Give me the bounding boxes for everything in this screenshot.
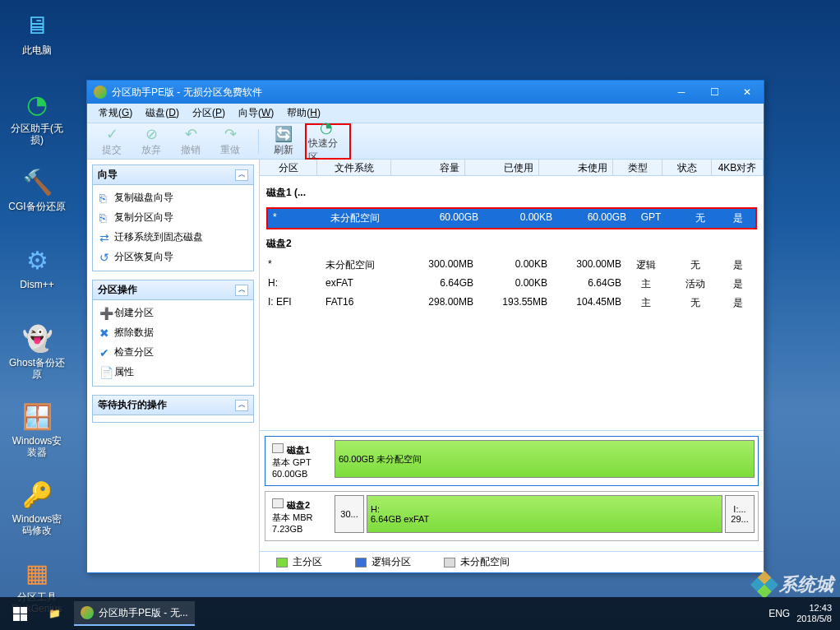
toolbar-快速分区[interactable]: ◔快速分区	[308, 125, 344, 158]
partition-segment[interactable]: I:...29...	[725, 495, 755, 533]
clock[interactable]: 12:43 2018/5/8	[796, 603, 832, 624]
partition-table: 磁盘1 (...*未分配空间60.00GB0.00KB60.00GBGPT无是磁…	[260, 176, 764, 430]
close-button[interactable]: ✕	[731, 81, 764, 104]
collapse-icon[interactable]: ︿	[235, 285, 248, 296]
toolbar: ✓提交⊘放弃↶撤销↷重做🔄刷新◔快速分区	[87, 123, 764, 160]
partition-table-header: 分区文件系统容量已使用未使用类型状态4KB对齐	[260, 160, 764, 176]
panel-item[interactable]: ✖擦除数据	[96, 323, 250, 343]
toolbar-提交: ✓提交	[94, 125, 130, 158]
legend-item: 主分区	[276, 555, 322, 569]
toolbar-撤销: ↶撤销	[173, 125, 209, 158]
minimize-button[interactable]: ─	[665, 81, 698, 104]
table-row[interactable]: H:exFAT6.64GB0.00KB6.64GB主活动是	[263, 275, 760, 294]
disk-label[interactable]: 磁盘1 (...	[263, 181, 760, 205]
taskbar: 📁 分区助手PE版 - 无... ENG 12:43 2018/5/8	[0, 597, 840, 630]
disk-visual: 磁盘1基本 GPT60.00GB60.00GB 未分配空间磁盘2基本 MBR7.…	[260, 430, 764, 551]
panel-item[interactable]: ⎘复制分区向导	[96, 208, 250, 228]
column-header[interactable]: 容量	[391, 160, 465, 175]
menu-W[interactable]: 向导(W)	[232, 104, 280, 123]
table-row[interactable]: *未分配空间60.00GB0.00KB60.00GBGPT无是	[268, 209, 755, 228]
panel-header[interactable]: 向导︿	[93, 165, 253, 185]
legend: 主分区逻辑分区未分配空间	[260, 551, 764, 572]
legend-item: 逻辑分区	[355, 555, 411, 569]
column-header[interactable]: 状态	[662, 160, 712, 175]
desktop-icon[interactable]: ⚙Dism++	[8, 243, 66, 313]
toolbar-放弃: ⊘放弃	[133, 125, 169, 158]
column-header[interactable]: 文件系统	[317, 160, 391, 175]
table-row[interactable]: I: EFIFAT16298.00MB193.55MB104.45MB主无是	[263, 294, 760, 313]
desktop-icon[interactable]: 🔑Windows密 码修改	[8, 477, 66, 547]
partition-segment[interactable]: 60.00GB 未分配空间	[335, 440, 755, 478]
panel-header[interactable]: 等待执行的操作︿	[93, 396, 253, 415]
desktop-icon[interactable]: 🔨CGI备份还原	[8, 164, 66, 234]
column-header[interactable]: 4KB对齐	[712, 160, 764, 175]
disk-visual-box[interactable]: 磁盘1基本 GPT60.00GB60.00GB 未分配空间	[265, 436, 759, 486]
panel-header[interactable]: 分区操作︿	[93, 280, 253, 300]
panel-item[interactable]: ⎘复制磁盘向导	[96, 188, 250, 208]
panel-item[interactable]: ⇄迁移系统到固态磁盘	[96, 228, 250, 248]
disk-label[interactable]: 磁盘2	[263, 232, 760, 256]
partition-segment[interactable]: H:6.64GB exFAT	[367, 495, 722, 533]
menu-D[interactable]: 磁盘(D)	[139, 104, 186, 123]
collapse-icon[interactable]: ︿	[235, 169, 248, 181]
partition-segment[interactable]: 30...	[335, 495, 364, 533]
watermark: 系统城	[755, 572, 833, 597]
menu-P[interactable]: 分区(P)	[186, 104, 232, 123]
desktop-icon[interactable]: 🖥此电脑	[8, 8, 66, 78]
maximize-button[interactable]: ☐	[698, 81, 731, 104]
column-header[interactable]: 分区	[260, 160, 317, 175]
ime-indicator[interactable]: ENG	[768, 608, 790, 619]
table-row[interactable]: *未分配空间300.00MB0.00KB300.00MB逻辑无是	[263, 256, 760, 275]
window-title: 分区助手PE版 - 无损分区免费软件	[112, 86, 665, 100]
left-sidebar: 向导︿⎘复制磁盘向导⎘复制分区向导⇄迁移系统到固态磁盘↺分区恢复向导分区操作︿➕…	[87, 160, 260, 572]
titlebar[interactable]: 分区助手PE版 - 无损分区免费软件 ─ ☐ ✕	[87, 81, 764, 104]
panel-item[interactable]: ✔检查分区	[96, 343, 250, 363]
column-header[interactable]: 类型	[613, 160, 662, 175]
desktop-icon[interactable]: ◔分区助手(无 损)	[8, 86, 66, 156]
partition-assistant-window: 分区助手PE版 - 无损分区免费软件 ─ ☐ ✕ 常规(G)磁盘(D)分区(P)…	[86, 80, 764, 573]
start-button[interactable]	[0, 597, 39, 630]
menu-G[interactable]: 常规(G)	[92, 104, 139, 123]
desktop-icon[interactable]: 🪟Windows安 装器	[8, 399, 66, 469]
collapse-icon[interactable]: ︿	[235, 400, 248, 411]
disk-visual-box[interactable]: 磁盘2基本 MBR7.23GB30...H:6.64GB exFATI:...2…	[265, 491, 759, 541]
menu-bar: 常规(G)磁盘(D)分区(P)向导(W)帮助(H)	[87, 104, 764, 123]
taskbar-task[interactable]: 分区助手PE版 - 无...	[74, 601, 195, 626]
desktop-icon[interactable]: 👻Ghost备份还 原	[8, 321, 66, 391]
column-header[interactable]: 未使用	[539, 160, 613, 175]
panel-item[interactable]: ↺分区恢复向导	[96, 248, 250, 267]
column-header[interactable]: 已使用	[465, 160, 539, 175]
legend-item: 未分配空间	[444, 555, 510, 569]
taskbar-pin-explorer[interactable]: 📁	[39, 599, 69, 628]
panel-item[interactable]: ➕创建分区	[96, 303, 250, 323]
toolbar-刷新[interactable]: 🔄刷新	[265, 125, 302, 158]
app-icon	[94, 86, 107, 99]
panel-item[interactable]: 📄属性	[96, 363, 250, 382]
toolbar-重做: ↷重做	[212, 125, 248, 158]
